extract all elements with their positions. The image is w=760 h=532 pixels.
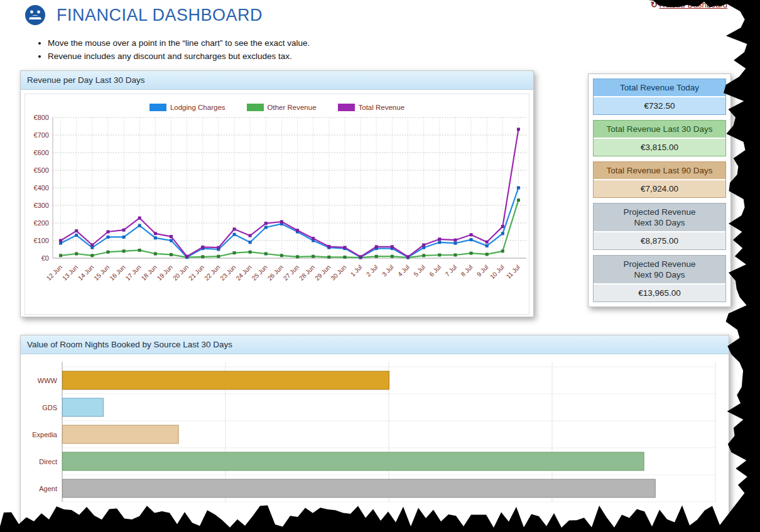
- svg-text:9 Jul: 9 Jul: [475, 264, 490, 278]
- legend-label: Other Revenue: [268, 104, 317, 111]
- dashboard-page: FINANCIAL DASHBOARD ↻Reload Dashboard Mo…: [0, 0, 760, 532]
- bar-www: [63, 371, 389, 389]
- revenue-panel: Revenue per Day Last 30 Days Lodging Cha…: [20, 70, 534, 317]
- svg-text:8 Jul: 8 Jul: [460, 264, 474, 278]
- legend-item: Total Revenue: [338, 104, 405, 111]
- page-title: FINANCIAL DASHBOARD: [57, 6, 263, 25]
- app-logo-icon: [24, 4, 46, 26]
- legend-color-chip: [247, 104, 264, 111]
- stat-box: Total Revenue Last 30 Days€3,815.00: [593, 120, 726, 156]
- bar-panel: Value of Room Nights Booked by Source La…: [20, 335, 729, 532]
- svg-text:10 Jul: 10 Jul: [489, 264, 506, 281]
- svg-text:€700: €700: [34, 131, 49, 139]
- bar-agent: [63, 479, 656, 497]
- revenue-panel-header: Revenue per Day Last 30 Days: [21, 71, 533, 90]
- svg-text:€200: €200: [34, 219, 49, 227]
- legend-label: Lodging Charges: [170, 104, 225, 111]
- svg-text:20 Jun: 20 Jun: [171, 264, 190, 282]
- note-item: Move the mouse over a point in the “line…: [48, 36, 310, 50]
- svg-text:25 Jun: 25 Jun: [251, 264, 269, 282]
- svg-text:5 Jul: 5 Jul: [412, 264, 426, 278]
- revenue-line-chart[interactable]: €0€100€200€300€400€500€600€700€80012 Jun…: [25, 115, 531, 298]
- stat-value: €3,815.00: [594, 139, 725, 156]
- room-nights-bar-chart[interactable]: WWWGDSExpediaDirectAgent: [22, 357, 725, 532]
- svg-text:29 Jun: 29 Jun: [313, 264, 332, 282]
- svg-text:€800: €800: [34, 115, 49, 121]
- stat-box: Projected Revenue Next 30 Days€8,875.00: [593, 203, 726, 250]
- svg-text:6 Jul: 6 Jul: [428, 264, 442, 278]
- svg-text:12 Jun: 12 Jun: [45, 264, 63, 282]
- svg-text:Expedia: Expedia: [32, 431, 58, 438]
- svg-text:16 Jun: 16 Jun: [109, 264, 127, 282]
- refresh-icon: ↻: [651, 0, 658, 9]
- svg-text:23 Jun: 23 Jun: [219, 264, 237, 282]
- legend-color-chip: [149, 104, 166, 111]
- svg-text:€300: €300: [34, 202, 49, 209]
- notes-list: Move the mouse over a point in the “line…: [36, 36, 310, 63]
- stat-label: Total Revenue Today: [594, 79, 725, 97]
- svg-text:€0: €0: [41, 254, 49, 262]
- svg-text:WWW: WWW: [38, 377, 58, 384]
- reload-dashboard-link[interactable]: ↻Reload Dashboard: [651, 0, 727, 9]
- svg-text:€100: €100: [34, 237, 49, 244]
- svg-text:17 Jun: 17 Jun: [124, 264, 143, 282]
- svg-text:GDS: GDS: [42, 404, 57, 411]
- svg-text:28 Jun: 28 Jun: [298, 264, 316, 282]
- svg-text:2 Jul: 2 Jul: [365, 264, 379, 278]
- svg-text:13 Jun: 13 Jun: [61, 264, 79, 282]
- legend-label: Total Revenue: [359, 104, 405, 111]
- svg-text:€500: €500: [34, 166, 49, 174]
- bar-expedia: [63, 425, 179, 443]
- legend-color-chip: [338, 104, 355, 111]
- svg-text:30 Jun: 30 Jun: [329, 264, 347, 282]
- bar-panel-header: Value of Room Nights Booked by Source La…: [21, 335, 729, 354]
- svg-text:Agent: Agent: [39, 485, 57, 492]
- svg-text:19 Jun: 19 Jun: [156, 264, 174, 282]
- svg-text:21 Jun: 21 Jun: [187, 264, 205, 282]
- svg-text:24 Jun: 24 Jun: [235, 264, 253, 282]
- stat-label: Projected Revenue Next 30 Days: [594, 204, 725, 232]
- stat-value: €8,875.00: [594, 232, 725, 249]
- chart-legend: Lodging ChargesOther RevenueTotal Revenu…: [25, 102, 529, 112]
- reload-label: Reload Dashboard: [660, 0, 727, 9]
- stat-value: €13,965.00: [594, 285, 725, 301]
- svg-text:26 Jun: 26 Jun: [266, 264, 285, 282]
- stat-label: Projected Revenue Next 90 Days: [594, 256, 725, 285]
- legend-item: Other Revenue: [247, 104, 317, 111]
- stat-label: Total Revenue Last 90 Days: [594, 162, 725, 180]
- svg-text:1 Jul: 1 Jul: [349, 264, 364, 278]
- bar-direct: [63, 452, 644, 470]
- legend-item: Lodging Charges: [149, 104, 225, 111]
- stat-value: €7,924.00: [594, 180, 725, 197]
- svg-text:18 Jun: 18 Jun: [140, 264, 158, 282]
- svg-text:4 Jul: 4 Jul: [396, 264, 411, 278]
- svg-text:15 Jun: 15 Jun: [92, 264, 111, 282]
- svg-text:7 Jul: 7 Jul: [444, 264, 459, 278]
- stat-box: Total Revenue Today€732.50: [593, 79, 726, 115]
- svg-text:11 Jul: 11 Jul: [505, 264, 521, 280]
- svg-text:3 Jul: 3 Jul: [381, 264, 395, 278]
- svg-text:€400: €400: [34, 184, 49, 192]
- svg-text:14 Jun: 14 Jun: [77, 264, 95, 282]
- stats-panel: Total Revenue Today€732.50Total Revenue …: [588, 73, 731, 307]
- line-chart-area: Lodging ChargesOther RevenueTotal Revenu…: [24, 94, 529, 315]
- svg-text:22 Jun: 22 Jun: [203, 264, 221, 282]
- page-header: FINANCIAL DASHBOARD: [24, 4, 263, 26]
- stat-box: Projected Revenue Next 90 Days€13,965.00: [593, 255, 726, 302]
- svg-text:Direct: Direct: [39, 458, 57, 465]
- bar-gds: [63, 398, 104, 416]
- svg-text:27 Jun: 27 Jun: [282, 264, 300, 282]
- stat-value: €732.50: [594, 97, 725, 114]
- note-item: Revenue includes any discount and surcha…: [48, 50, 310, 63]
- stat-label: Total Revenue Last 30 Days: [594, 121, 725, 139]
- stat-box: Total Revenue Last 90 Days€7,924.00: [593, 161, 726, 198]
- svg-text:€600: €600: [34, 149, 49, 156]
